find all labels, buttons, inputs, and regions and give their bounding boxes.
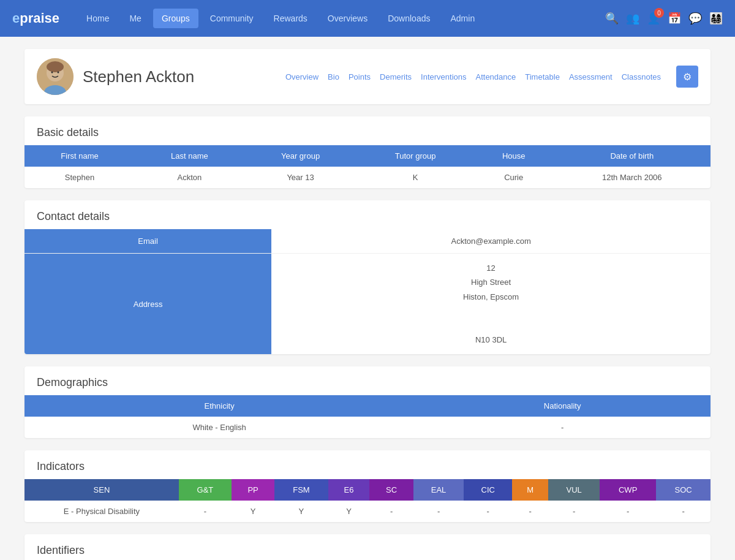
tab-bio[interactable]: Bio <box>328 70 339 84</box>
address-line-2: High Street <box>471 278 511 287</box>
col-sen: SEN <box>24 479 179 501</box>
svg-point-4 <box>51 72 53 74</box>
profile-header: Stephen Ackton Overview Bio Points Demer… <box>24 49 710 104</box>
brand-praise: praise <box>20 10 59 26</box>
identifiers-section: Identifiers ID UPN MIS Link ID UPI MIS I… <box>24 534 710 560</box>
email-value: Ackton@example.com <box>271 229 710 254</box>
col-soc: SOC <box>656 479 710 501</box>
table-row: E - Physical Disability - Y Y Y - - - - … <box>24 501 710 522</box>
address-line-1: 12 <box>486 263 495 273</box>
basic-details-title: Basic details <box>24 116 710 145</box>
group-icon[interactable]: 👨‍👩‍👧‍👦 <box>709 12 723 25</box>
cell-cic: - <box>464 501 512 522</box>
col-eal: EAL <box>413 479 464 501</box>
tab-demerits[interactable]: Demerits <box>380 70 412 84</box>
col-house: House <box>474 145 554 167</box>
navbar: epraise Home Me Groups Community Rewards… <box>0 0 735 37</box>
calendar-icon[interactable]: 📅 <box>668 12 681 25</box>
cell-soc: - <box>656 501 710 522</box>
contact-details-section: Contact details Email Ackton@example.com… <box>24 200 710 354</box>
cell-vul: - <box>548 501 600 522</box>
col-ethnicity: Ethnicity <box>24 395 414 417</box>
main-content: Stephen Ackton Overview Bio Points Demer… <box>12 37 723 560</box>
brand-e: e <box>12 10 20 26</box>
tab-timetable[interactable]: Timetable <box>525 70 560 84</box>
col-fsm: FSM <box>274 479 328 501</box>
cell-house: Curie <box>474 167 554 188</box>
cell-last-name: Ackton <box>135 167 244 188</box>
contact-details-title: Contact details <box>24 200 710 229</box>
svg-point-5 <box>58 72 59 74</box>
col-m: M <box>512 479 548 501</box>
avatar-image <box>37 58 74 95</box>
tab-assessment[interactable]: Assessment <box>569 70 612 84</box>
tab-attendance[interactable]: Attendance <box>475 70 516 84</box>
address-postcode: N10 3DL <box>475 335 507 344</box>
tab-classnotes[interactable]: Classnotes <box>622 70 661 84</box>
email-label: Email <box>24 229 271 254</box>
demographics-table: Ethnicity Nationality White - English - <box>24 395 710 438</box>
col-cwp: CWP <box>600 479 656 501</box>
indicators-section: Indicators SEN G&T PP FSM E6 SC EAL CIC … <box>24 450 710 522</box>
col-cic: CIC <box>464 479 512 501</box>
profile-name: Stephen Ackton <box>83 67 194 86</box>
navbar-icons: 🔍 👥 👤 0 📅 💬 👨‍👩‍👧‍👦 <box>605 12 723 25</box>
tab-overview[interactable]: Overview <box>285 70 318 84</box>
cell-gt: - <box>179 501 232 522</box>
chat-icon[interactable]: 💬 <box>688 12 702 25</box>
col-year-group: Year group <box>244 145 357 167</box>
col-tutor-group: Tutor group <box>356 145 473 167</box>
contact-email-row: Email Ackton@example.com <box>24 229 710 254</box>
indicators-title: Indicators <box>24 450 710 479</box>
col-pp: PP <box>232 479 274 501</box>
col-gt: G&T <box>179 479 232 501</box>
table-row: Stephen Ackton Year 13 K Curie 12th Marc… <box>24 167 710 188</box>
cell-e6: Y <box>328 501 370 522</box>
col-last-name: Last name <box>135 145 244 167</box>
cell-m: - <box>512 501 548 522</box>
cell-cwp: - <box>600 501 656 522</box>
svg-point-2 <box>47 61 64 72</box>
nav-links: Home Me Groups Community Rewards Overvie… <box>78 9 605 28</box>
cell-eal: - <box>413 501 464 522</box>
col-first-name: First name <box>24 145 135 167</box>
profile-settings-button[interactable]: ⚙ <box>676 66 698 88</box>
brand: epraise <box>12 10 59 26</box>
address-value: 12 High Street Histon, Epscom N10 3DL <box>271 254 710 355</box>
cell-ethnicity: White - English <box>24 417 414 438</box>
nav-rewards[interactable]: Rewards <box>265 9 316 28</box>
users-icon[interactable]: 👥 <box>626 12 639 25</box>
nav-admin[interactable]: Admin <box>442 9 483 28</box>
nav-groups[interactable]: Groups <box>153 9 198 28</box>
cell-sc: - <box>369 501 413 522</box>
nav-home[interactable]: Home <box>78 9 118 28</box>
tab-points[interactable]: Points <box>349 70 371 84</box>
address-line-3: Histon, Epscom <box>463 292 519 301</box>
profile-icon[interactable]: 👤 0 <box>647 12 660 25</box>
basic-details-section: Basic details First name Last name Year … <box>24 116 710 188</box>
address-label: Address <box>24 254 271 355</box>
basic-details-table: First name Last name Year group Tutor gr… <box>24 145 710 188</box>
nav-me[interactable]: Me <box>121 9 149 28</box>
identifiers-title: Identifiers <box>24 534 710 560</box>
col-vul: VUL <box>548 479 600 501</box>
indicators-table: SEN G&T PP FSM E6 SC EAL CIC M VUL CWP S… <box>24 479 710 522</box>
cell-nationality: - <box>414 417 710 438</box>
search-icon[interactable]: 🔍 <box>605 12 619 25</box>
demographics-section: Demographics Ethnicity Nationality White… <box>24 366 710 438</box>
nav-overviews[interactable]: Overviews <box>319 9 376 28</box>
cell-dob: 12th March 2006 <box>554 167 710 188</box>
col-nationality: Nationality <box>414 395 710 417</box>
profile-tabs: Overview Bio Points Demerits Interventio… <box>285 66 698 88</box>
avatar <box>37 58 74 95</box>
table-row: White - English - <box>24 417 710 438</box>
notification-badge: 0 <box>654 8 664 18</box>
tab-interventions[interactable]: Interventions <box>421 70 466 84</box>
cell-tutor-group: K <box>356 167 473 188</box>
nav-community[interactable]: Community <box>202 9 262 28</box>
col-sc: SC <box>369 479 413 501</box>
nav-downloads[interactable]: Downloads <box>379 9 439 28</box>
contact-address-row: Address 12 High Street Histon, Epscom N1… <box>24 254 710 355</box>
cell-year-group: Year 13 <box>244 167 357 188</box>
col-e6: E6 <box>328 479 370 501</box>
